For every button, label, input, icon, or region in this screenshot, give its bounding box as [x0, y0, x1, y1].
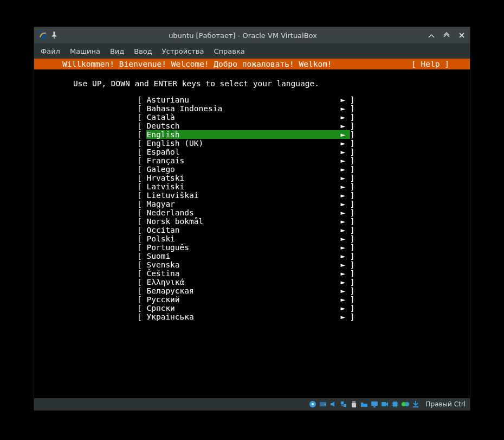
svg-point-4 — [325, 404, 326, 405]
language-name: Српски — [146, 304, 340, 313]
audio-icon[interactable] — [329, 400, 338, 409]
language-option[interactable]: [ Bahasa Indonesia ► ] — [34, 104, 470, 113]
cpu-icon[interactable] — [391, 400, 399, 409]
language-name: Русский — [146, 295, 340, 304]
language-name: Français — [146, 156, 340, 165]
recording-icon[interactable] — [380, 400, 389, 409]
language-name: Català — [146, 113, 340, 122]
app-icon — [38, 31, 47, 40]
disc-icon[interactable] — [308, 400, 317, 409]
language-name: Occitan — [146, 226, 340, 234]
statusbar: Правый Ctrl — [34, 398, 470, 410]
installer-header: Willkommen! Bienvenue! Welcome! Добро по… — [34, 59, 470, 69]
language-name: Latviski — [146, 182, 340, 191]
installer-help-button[interactable]: [ Help ] — [411, 60, 464, 68]
language-name: Čeština — [146, 269, 340, 278]
minimize-button[interactable] — [428, 31, 435, 39]
status-icons — [308, 400, 420, 409]
language-name: English (UK) — [146, 139, 340, 148]
mouse-integration-icon[interactable] — [401, 400, 410, 409]
language-option[interactable]: [ Lietuviškai ► ] — [34, 191, 470, 200]
hdd-icon[interactable] — [319, 400, 327, 409]
svg-rect-5 — [341, 401, 344, 404]
usb-icon[interactable] — [350, 400, 358, 409]
keyboard-capture-icon[interactable] — [411, 400, 420, 409]
virtualbox-window: ubuntu [Работает] - Oracle VM VirtualBox… — [34, 27, 470, 410]
menubar: Файл Машина Вид Ввод Устройства Справка — [34, 43, 470, 59]
menu-file[interactable]: Файл — [41, 47, 60, 55]
language-option[interactable]: [ Українська ► ] — [34, 313, 470, 321]
menu-view[interactable]: Вид — [110, 47, 124, 55]
svg-point-2 — [312, 403, 314, 405]
language-name: Asturianu — [146, 95, 340, 104]
language-name: Nederlands — [146, 208, 340, 217]
menu-devices[interactable]: Устройства — [162, 47, 204, 55]
language-option[interactable]: [ Asturianu ► ] — [34, 95, 470, 104]
language-option[interactable]: [ Latviski ► ] — [34, 182, 470, 191]
language-option[interactable]: [ Français ► ] — [34, 156, 470, 165]
language-name: Lietuviškai — [146, 191, 340, 200]
language-option[interactable]: [ Magyar ► ] — [34, 200, 470, 208]
window-title: ubuntu [Работает] - Oracle VM VirtualBox — [58, 31, 428, 40]
language-name: Hrvatski — [146, 174, 340, 182]
language-name: Español — [146, 148, 340, 156]
installer-instruction: Use UP, DOWN and ENTER keys to select yo… — [34, 69, 470, 88]
language-name: Ελληνικά — [146, 278, 340, 286]
language-list[interactable]: [ Asturianu ► ][ Bahasa Indonesia ► ][ C… — [34, 88, 470, 321]
language-option[interactable]: [ Deutsch ► ] — [34, 122, 470, 130]
language-name: Galego — [146, 165, 340, 174]
maximize-button[interactable] — [443, 31, 450, 39]
language-name: Українська — [146, 313, 340, 321]
language-option[interactable]: [ Norsk bokmål ► ] — [34, 217, 470, 226]
titlebar-left — [38, 31, 58, 40]
language-name: Norsk bokmål — [146, 217, 340, 226]
language-name: Deutsch — [146, 122, 340, 130]
language-option[interactable]: [ Svenska ► ] — [34, 260, 470, 269]
language-option[interactable]: [ Hrvatski ► ] — [34, 174, 470, 182]
language-name: Suomi — [146, 252, 340, 260]
svg-rect-9 — [371, 401, 378, 406]
language-option[interactable]: [ Čeština ► ] — [34, 269, 470, 278]
language-option[interactable]: [ Português ► ] — [34, 243, 470, 252]
shared-folder-icon[interactable] — [360, 400, 369, 409]
language-option[interactable]: [ Српски ► ] — [34, 304, 470, 313]
language-name: Svenska — [146, 260, 340, 269]
language-option[interactable]: [ Беларуская ► ] — [34, 286, 470, 295]
language-name: Magyar — [146, 200, 340, 208]
svg-rect-6 — [344, 404, 346, 407]
language-option[interactable]: [ Nederlands ► ] — [34, 208, 470, 217]
language-option[interactable]: [ Suomi ► ] — [34, 252, 470, 260]
svg-rect-12 — [393, 402, 397, 406]
svg-rect-15 — [413, 406, 418, 407]
svg-rect-8 — [352, 403, 356, 407]
language-name: Беларуская — [146, 286, 340, 295]
svg-rect-11 — [382, 402, 386, 406]
language-name: Bahasa Indonesia — [146, 104, 340, 113]
language-option[interactable]: [ Русский ► ] — [34, 295, 470, 304]
language-option[interactable]: [ Español ► ] — [34, 148, 470, 156]
language-option[interactable]: [ Occitan ► ] — [34, 226, 470, 234]
language-option[interactable]: [ English ► ] — [34, 130, 470, 139]
network-icon[interactable] — [339, 400, 348, 409]
vm-screen[interactable]: Willkommen! Bienvenue! Welcome! Добро по… — [34, 59, 470, 398]
pin-icon[interactable] — [50, 31, 58, 39]
language-option[interactable]: [ Ελληνικά ► ] — [34, 278, 470, 286]
installer-welcome-text: Willkommen! Bienvenue! Welcome! Добро по… — [40, 60, 411, 68]
svg-rect-7 — [352, 401, 356, 403]
language-name: Polski — [146, 234, 340, 243]
language-option[interactable]: [ Polski ► ] — [34, 234, 470, 243]
svg-rect-10 — [373, 406, 376, 407]
menu-machine[interactable]: Машина — [70, 47, 100, 55]
display-icon[interactable] — [370, 400, 379, 409]
language-option[interactable]: [ English (UK) ► ] — [34, 139, 470, 148]
language-name: English ► — [146, 130, 350, 139]
host-key-label: Правый Ctrl — [425, 400, 466, 408]
language-name: Português — [146, 243, 340, 252]
menu-help[interactable]: Справка — [214, 47, 244, 55]
menu-input[interactable]: Ввод — [134, 47, 152, 55]
window-controls — [428, 31, 466, 39]
language-option[interactable]: [ Galego ► ] — [34, 165, 470, 174]
language-option[interactable]: [ Català ► ] — [34, 113, 470, 122]
svg-point-14 — [405, 402, 409, 406]
close-button[interactable] — [458, 31, 466, 39]
